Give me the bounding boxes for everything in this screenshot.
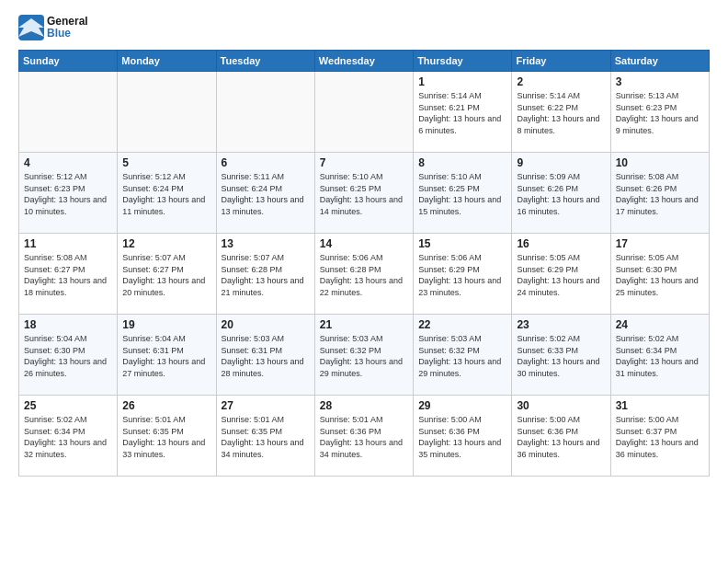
day-cell: 5Sunrise: 5:12 AM Sunset: 6:24 PM Daylig… (118, 153, 216, 234)
day-info: Sunrise: 5:06 AM Sunset: 6:29 PM Dayligh… (418, 252, 506, 298)
weekday-header-wednesday: Wednesday (314, 51, 413, 72)
day-info: Sunrise: 5:07 AM Sunset: 6:28 PM Dayligh… (222, 252, 310, 298)
day-number: 31 (616, 399, 704, 412)
day-number: 29 (418, 399, 506, 412)
day-number: 24 (616, 318, 704, 331)
day-number: 23 (517, 318, 605, 331)
day-number: 4 (24, 156, 112, 169)
logo-bird-icon (18, 15, 44, 40)
weekday-header-sunday: Sunday (19, 51, 118, 72)
day-cell: 11Sunrise: 5:08 AM Sunset: 6:27 PM Dayli… (19, 234, 118, 315)
day-cell: 9Sunrise: 5:09 AM Sunset: 6:26 PM Daylig… (512, 153, 610, 234)
day-info: Sunrise: 5:02 AM Sunset: 6:33 PM Dayligh… (517, 333, 605, 379)
day-info: Sunrise: 5:01 AM Sunset: 6:36 PM Dayligh… (320, 414, 408, 460)
day-number: 20 (222, 318, 310, 331)
week-row-5: 25Sunrise: 5:02 AM Sunset: 6:34 PM Dayli… (19, 396, 710, 477)
day-cell: 17Sunrise: 5:05 AM Sunset: 6:30 PM Dayli… (610, 234, 709, 315)
day-info: Sunrise: 5:09 AM Sunset: 6:26 PM Dayligh… (517, 171, 605, 217)
day-cell: 7Sunrise: 5:10 AM Sunset: 6:25 PM Daylig… (314, 153, 413, 234)
day-number: 30 (517, 399, 605, 412)
day-number: 13 (222, 237, 310, 250)
day-number: 27 (222, 399, 310, 412)
day-cell: 2Sunrise: 5:14 AM Sunset: 6:22 PM Daylig… (512, 72, 610, 153)
day-info: Sunrise: 5:00 AM Sunset: 6:37 PM Dayligh… (616, 414, 704, 460)
day-number: 2 (517, 75, 605, 88)
day-info: Sunrise: 5:02 AM Sunset: 6:34 PM Dayligh… (616, 333, 704, 379)
day-cell: 28Sunrise: 5:01 AM Sunset: 6:36 PM Dayli… (314, 396, 413, 477)
day-info: Sunrise: 5:08 AM Sunset: 6:27 PM Dayligh… (24, 252, 112, 298)
day-cell (314, 72, 413, 153)
header: General Blue (18, 15, 710, 40)
day-number: 25 (24, 399, 112, 412)
day-info: Sunrise: 5:13 AM Sunset: 6:23 PM Dayligh… (616, 90, 704, 136)
logo-blue: Blue (47, 28, 88, 40)
day-cell: 26Sunrise: 5:01 AM Sunset: 6:35 PM Dayli… (118, 396, 216, 477)
day-cell: 19Sunrise: 5:04 AM Sunset: 6:31 PM Dayli… (118, 315, 216, 396)
day-number: 26 (122, 399, 210, 412)
day-number: 6 (222, 156, 310, 169)
day-info: Sunrise: 5:10 AM Sunset: 6:25 PM Dayligh… (418, 171, 506, 217)
day-cell: 29Sunrise: 5:00 AM Sunset: 6:36 PM Dayli… (414, 396, 512, 477)
weekday-header-tuesday: Tuesday (216, 51, 314, 72)
day-cell: 1Sunrise: 5:14 AM Sunset: 6:21 PM Daylig… (414, 72, 512, 153)
day-info: Sunrise: 5:05 AM Sunset: 6:30 PM Dayligh… (616, 252, 704, 298)
day-number: 22 (418, 318, 506, 331)
day-info: Sunrise: 5:10 AM Sunset: 6:25 PM Dayligh… (320, 171, 408, 217)
day-cell: 22Sunrise: 5:03 AM Sunset: 6:32 PM Dayli… (414, 315, 512, 396)
day-cell: 31Sunrise: 5:00 AM Sunset: 6:37 PM Dayli… (610, 396, 709, 477)
day-cell: 21Sunrise: 5:03 AM Sunset: 6:32 PM Dayli… (314, 315, 413, 396)
day-info: Sunrise: 5:07 AM Sunset: 6:27 PM Dayligh… (122, 252, 210, 298)
day-cell: 18Sunrise: 5:04 AM Sunset: 6:30 PM Dayli… (19, 315, 118, 396)
day-info: Sunrise: 5:03 AM Sunset: 6:32 PM Dayligh… (320, 333, 408, 379)
day-number: 15 (418, 237, 506, 250)
weekday-row: SundayMondayTuesdayWednesdayThursdayFrid… (19, 51, 710, 72)
day-cell: 13Sunrise: 5:07 AM Sunset: 6:28 PM Dayli… (216, 234, 314, 315)
day-number: 14 (320, 237, 408, 250)
day-info: Sunrise: 5:14 AM Sunset: 6:21 PM Dayligh… (418, 90, 506, 136)
calendar-header: SundayMondayTuesdayWednesdayThursdayFrid… (19, 51, 710, 72)
day-info: Sunrise: 5:04 AM Sunset: 6:30 PM Dayligh… (24, 333, 112, 379)
day-number: 16 (517, 237, 605, 250)
day-cell: 30Sunrise: 5:00 AM Sunset: 6:36 PM Dayli… (512, 396, 610, 477)
week-row-1: 1Sunrise: 5:14 AM Sunset: 6:21 PM Daylig… (19, 72, 710, 153)
day-cell (19, 72, 118, 153)
day-cell (216, 72, 314, 153)
day-info: Sunrise: 5:11 AM Sunset: 6:24 PM Dayligh… (222, 171, 310, 217)
day-info: Sunrise: 5:01 AM Sunset: 6:35 PM Dayligh… (122, 414, 210, 460)
day-number: 28 (320, 399, 408, 412)
day-number: 11 (24, 237, 112, 250)
day-info: Sunrise: 5:04 AM Sunset: 6:31 PM Dayligh… (122, 333, 210, 379)
week-row-3: 11Sunrise: 5:08 AM Sunset: 6:27 PM Dayli… (19, 234, 710, 315)
day-number: 3 (616, 75, 704, 88)
day-cell: 14Sunrise: 5:06 AM Sunset: 6:28 PM Dayli… (314, 234, 413, 315)
week-row-4: 18Sunrise: 5:04 AM Sunset: 6:30 PM Dayli… (19, 315, 710, 396)
day-cell: 10Sunrise: 5:08 AM Sunset: 6:26 PM Dayli… (610, 153, 709, 234)
day-number: 17 (616, 237, 704, 250)
day-cell: 27Sunrise: 5:01 AM Sunset: 6:35 PM Dayli… (216, 396, 314, 477)
day-info: Sunrise: 5:02 AM Sunset: 6:34 PM Dayligh… (24, 414, 112, 460)
day-number: 21 (320, 318, 408, 331)
day-number: 19 (122, 318, 210, 331)
logo: General Blue (18, 15, 88, 40)
day-number: 12 (122, 237, 210, 250)
day-number: 8 (418, 156, 506, 169)
day-info: Sunrise: 5:03 AM Sunset: 6:32 PM Dayligh… (418, 333, 506, 379)
day-info: Sunrise: 5:00 AM Sunset: 6:36 PM Dayligh… (418, 414, 506, 460)
day-cell: 8Sunrise: 5:10 AM Sunset: 6:25 PM Daylig… (414, 153, 512, 234)
day-cell: 24Sunrise: 5:02 AM Sunset: 6:34 PM Dayli… (610, 315, 709, 396)
day-number: 9 (517, 156, 605, 169)
day-cell (118, 72, 216, 153)
day-number: 18 (24, 318, 112, 331)
day-info: Sunrise: 5:00 AM Sunset: 6:36 PM Dayligh… (517, 414, 605, 460)
day-cell: 4Sunrise: 5:12 AM Sunset: 6:23 PM Daylig… (19, 153, 118, 234)
weekday-header-monday: Monday (118, 51, 216, 72)
day-info: Sunrise: 5:12 AM Sunset: 6:23 PM Dayligh… (24, 171, 112, 217)
day-info: Sunrise: 5:08 AM Sunset: 6:26 PM Dayligh… (616, 171, 704, 217)
day-number: 7 (320, 156, 408, 169)
page: General Blue SundayMondayTuesdayWednesda… (0, 0, 728, 563)
day-cell: 20Sunrise: 5:03 AM Sunset: 6:31 PM Dayli… (216, 315, 314, 396)
day-info: Sunrise: 5:14 AM Sunset: 6:22 PM Dayligh… (517, 90, 605, 136)
weekday-header-friday: Friday (512, 51, 610, 72)
day-cell: 15Sunrise: 5:06 AM Sunset: 6:29 PM Dayli… (414, 234, 512, 315)
day-info: Sunrise: 5:12 AM Sunset: 6:24 PM Dayligh… (122, 171, 210, 217)
